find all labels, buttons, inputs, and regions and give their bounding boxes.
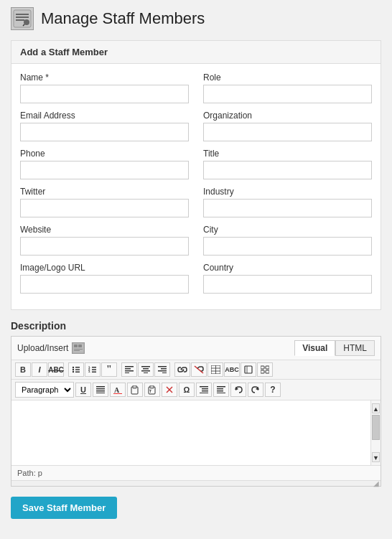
image-logo-label: Image/Logo URL — [20, 263, 189, 273]
name-field: Name * — [20, 72, 189, 103]
city-field: City — [203, 225, 372, 256]
svg-rect-26 — [125, 372, 129, 373]
tab-html[interactable]: HTML — [335, 340, 375, 356]
svg-text:T: T — [149, 389, 151, 393]
svg-rect-7 — [74, 345, 78, 347]
svg-rect-44 — [266, 366, 269, 369]
email-label: Email Address — [20, 111, 189, 121]
svg-rect-24 — [125, 368, 131, 370]
align-right-button[interactable] — [154, 362, 170, 377]
insert-table-button[interactable] — [207, 362, 223, 377]
city-label: City — [203, 225, 372, 235]
svg-rect-32 — [161, 368, 167, 370]
editor-wrapper: Upload/Insert Visual HTML — [11, 336, 381, 487]
industry-label: Industry — [203, 187, 372, 197]
ordered-list-button[interactable]: 1.2.3. — [85, 362, 101, 377]
svg-rect-43 — [261, 366, 264, 369]
spellcheck-button[interactable]: ABC — [224, 362, 240, 377]
phone-input[interactable] — [20, 161, 189, 179]
editor-content[interactable] — [11, 400, 381, 465]
help-button[interactable]: ? — [265, 383, 281, 397]
role-field: Role — [203, 72, 372, 103]
format-select[interactable]: Paragraph Heading 1 Heading 2 Heading 3 — [15, 382, 74, 398]
svg-rect-29 — [141, 370, 150, 372]
svg-rect-23 — [125, 366, 134, 367]
svg-point-15 — [73, 371, 74, 372]
blockquote-button[interactable]: " — [101, 362, 117, 377]
svg-rect-27 — [141, 366, 150, 367]
svg-rect-62 — [202, 390, 208, 392]
editor-scrollbar[interactable]: ▲ ▼ — [370, 400, 381, 465]
remove-link-button[interactable] — [191, 362, 207, 377]
role-label: Role — [203, 72, 372, 83]
underline-button[interactable]: U — [75, 383, 91, 397]
twitter-input[interactable] — [20, 199, 189, 217]
special-chars-button[interactable]: Ω — [179, 383, 195, 397]
svg-rect-54 — [133, 385, 136, 388]
twitter-field: Twitter — [20, 187, 189, 217]
fullscreen-button[interactable] — [241, 362, 256, 377]
more-button[interactable] — [257, 362, 273, 377]
country-input[interactable] — [203, 275, 372, 294]
industry-input[interactable] — [203, 199, 372, 217]
upload-insert-button[interactable]: Upload/Insert — [17, 342, 85, 354]
svg-rect-28 — [143, 368, 149, 370]
svg-text:3.: 3. — [88, 370, 90, 373]
section-body: Name * Email Address Phone Twitter — [11, 64, 381, 309]
editor-top-bar: Upload/Insert Visual HTML — [11, 337, 381, 360]
upload-text: Upload/Insert — [17, 343, 68, 353]
svg-rect-34 — [162, 372, 167, 373]
email-input[interactable] — [20, 123, 189, 141]
editor-path: Path: p — [11, 465, 381, 480]
tab-visual[interactable]: Visual — [294, 340, 335, 356]
title-input[interactable] — [203, 161, 372, 179]
outdent-button[interactable] — [213, 383, 229, 397]
italic-button[interactable]: I — [32, 362, 47, 377]
strikethrough-button[interactable]: ABC — [48, 362, 64, 377]
bold-button[interactable]: B — [15, 362, 31, 377]
paste-button[interactable] — [127, 383, 143, 397]
unordered-list-button[interactable] — [68, 362, 84, 377]
svg-text:A: A — [114, 386, 120, 394]
image-logo-input[interactable] — [20, 275, 189, 294]
city-input[interactable] — [203, 237, 372, 256]
justify-button[interactable] — [93, 383, 108, 397]
upload-icon — [72, 342, 85, 354]
redo-button[interactable] — [248, 383, 263, 397]
svg-rect-48 — [96, 388, 105, 390]
website-input[interactable] — [20, 237, 189, 256]
undo-button[interactable] — [230, 383, 246, 397]
description-label: Description — [11, 320, 381, 332]
svg-rect-49 — [96, 390, 105, 392]
svg-rect-3 — [16, 19, 24, 21]
indent-button[interactable] — [196, 383, 212, 397]
paste-plain-button[interactable]: T — [144, 383, 160, 397]
svg-rect-52 — [113, 393, 122, 394]
form-right-column: Role Organization Title Industry — [203, 72, 372, 301]
svg-rect-63 — [200, 393, 208, 393]
clear-format-button[interactable] — [162, 383, 177, 397]
save-staff-button[interactable]: Save Staff Member — [11, 497, 117, 519]
svg-rect-45 — [261, 370, 264, 373]
text-color-button[interactable]: A — [110, 383, 126, 397]
align-left-button[interactable] — [121, 362, 137, 377]
svg-rect-30 — [144, 372, 148, 373]
svg-rect-33 — [158, 370, 167, 372]
organization-field: Organization — [203, 111, 372, 141]
insert-link-button[interactable] — [174, 362, 190, 377]
svg-rect-66 — [217, 390, 223, 392]
editor-content-wrapper: ▲ ▼ — [11, 400, 381, 465]
svg-rect-8 — [78, 345, 82, 347]
view-tabs: Visual HTML — [294, 340, 375, 356]
svg-rect-61 — [202, 388, 208, 390]
align-center-button[interactable] — [138, 362, 154, 377]
role-input[interactable] — [203, 85, 372, 103]
organization-input[interactable] — [203, 123, 372, 141]
svg-point-13 — [73, 369, 74, 370]
page-header: Manage Staff Members — [11, 7, 381, 30]
editor-resize-handle[interactable]: ◢ — [11, 480, 381, 486]
svg-rect-64 — [217, 386, 225, 388]
twitter-label: Twitter — [20, 187, 189, 197]
name-input[interactable] — [20, 85, 189, 103]
page-wrapper: Manage Staff Members Add a Staff Member … — [0, 0, 392, 526]
